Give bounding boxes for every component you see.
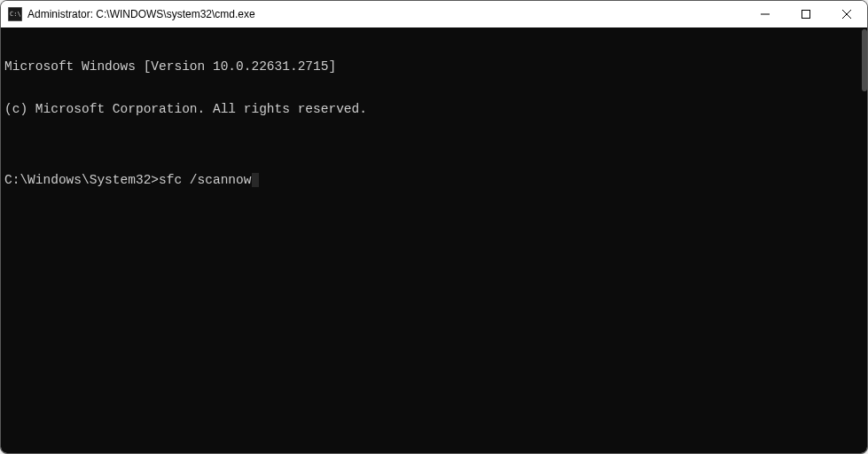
- terminal-area[interactable]: Microsoft Windows [Version 10.0.22631.27…: [1, 27, 867, 453]
- scrollbar-thumb[interactable]: [862, 29, 867, 91]
- window-title: Administrator: C:\WINDOWS\system32\cmd.e…: [27, 8, 745, 20]
- window-controls: [745, 1, 867, 27]
- terminal-prompt-line: C:\Windows\System32>sfc /scannow: [4, 173, 867, 187]
- minimize-button[interactable]: [745, 1, 786, 27]
- terminal-cursor: [252, 173, 259, 187]
- svg-text:C:\: C:\: [10, 11, 21, 18]
- terminal-output-line: (c) Microsoft Corporation. All rights re…: [4, 102, 867, 116]
- terminal-prompt: C:\Windows\System32>: [4, 173, 159, 187]
- cmd-window: C:\ Administrator: C:\WINDOWS\system32\c…: [0, 0, 868, 454]
- maximize-button[interactable]: [786, 1, 826, 27]
- titlebar[interactable]: C:\ Administrator: C:\WINDOWS\system32\c…: [1, 1, 867, 27]
- close-button[interactable]: [826, 1, 867, 27]
- terminal-output-line: Microsoft Windows [Version 10.0.22631.27…: [4, 59, 867, 74]
- svg-rect-3: [802, 11, 810, 19]
- terminal-command: sfc /scannow: [159, 173, 251, 187]
- cmd-icon: C:\: [8, 7, 22, 21]
